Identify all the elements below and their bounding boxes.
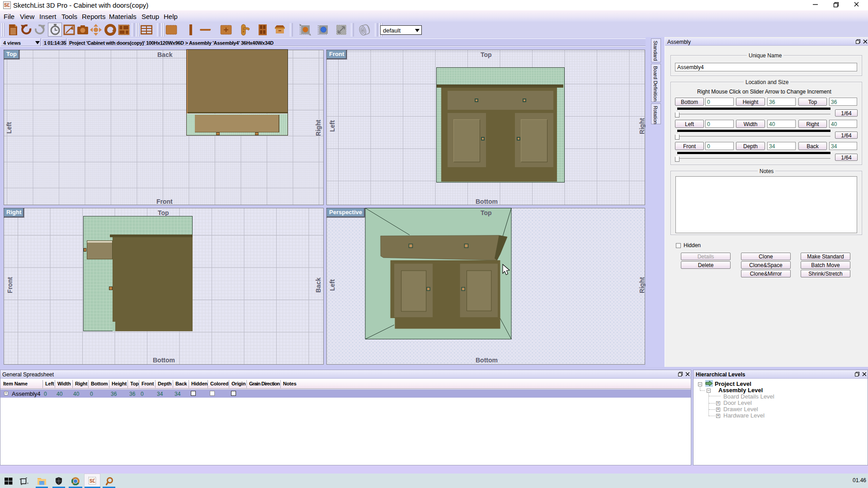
- svg-text:z: z: [94, 478, 95, 480]
- svg-text:z: z: [8, 2, 9, 5]
